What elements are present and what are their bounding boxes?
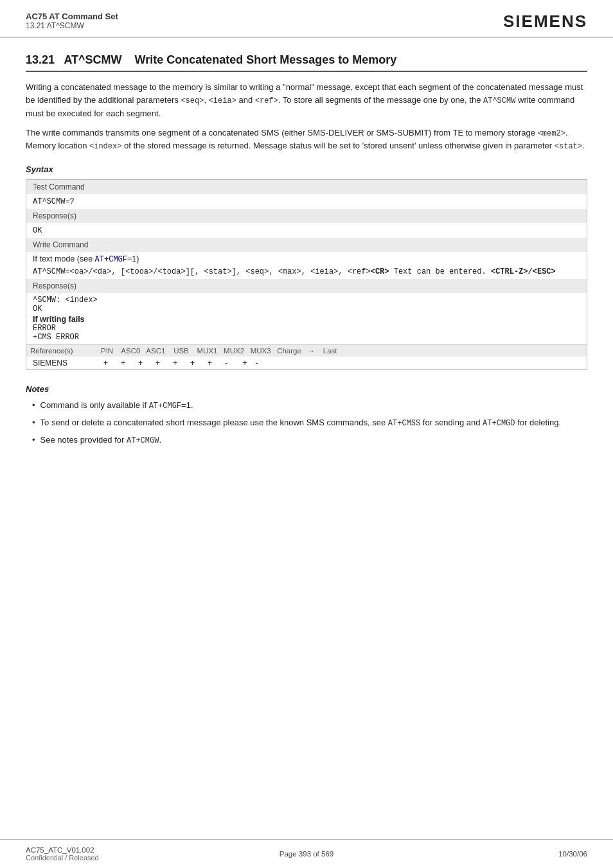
write-response-label-row: Response(s) bbox=[26, 279, 587, 293]
test-cmd-text: AT^SCMW=? bbox=[33, 197, 75, 206]
footer: AC75_ATC_V01.002 Confidential / Released… bbox=[0, 839, 613, 868]
header-left: AC75 AT Command Set 13.21 AT^SCMW bbox=[26, 12, 118, 30]
param-ieia: <ieia> bbox=[209, 96, 236, 105]
param-index: <index> bbox=[89, 142, 121, 151]
header: AC75 AT Command Set 13.21 AT^SCMW SIEMEN… bbox=[0, 0, 613, 38]
test-cmd-value-row: AT^SCMW=? bbox=[26, 194, 587, 209]
test-cmd-value: AT^SCMW=? bbox=[26, 194, 587, 209]
test-response-value: OK bbox=[26, 223, 587, 238]
note2-code2: AT+CMGD bbox=[483, 419, 515, 428]
footer-date: 10/30/06 bbox=[400, 850, 587, 858]
note2-code1: AT+CMSS bbox=[388, 419, 420, 428]
test-ok-text: OK bbox=[33, 226, 42, 235]
footer-left: AC75_ATC_V01.002 Confidential / Released bbox=[26, 846, 213, 862]
write-cmd-value: If text mode (see AT+CMGF=1) AT^SCMW=<oa… bbox=[26, 252, 587, 279]
page: AC75 AT Command Set 13.21 AT^SCMW SIEMEN… bbox=[0, 0, 613, 868]
write-cmd-value-row: If text mode (see AT+CMGF=1) AT^SCMW=<oa… bbox=[26, 252, 587, 279]
write-response-scmw: ^SCMW: <index> bbox=[33, 296, 580, 305]
header-section: 13.21 AT^SCMW bbox=[26, 21, 118, 30]
intro-para2: The write commands transmits one segment… bbox=[26, 127, 587, 153]
notes-heading: Notes bbox=[26, 384, 587, 394]
write-cmd-full: AT^SCMW=<oa>/<da>, [<tooa>/<toda>][, <st… bbox=[33, 267, 556, 276]
test-response-value-row: OK bbox=[26, 223, 587, 238]
section-heading: 13.21 AT^SCMW Write Concatenated Short M… bbox=[26, 53, 587, 72]
syntax-table: Test Command AT^SCMW=? Response(s) OK bbox=[26, 179, 587, 370]
footer-doc-id: AC75_ATC_V01.002 bbox=[26, 846, 213, 854]
notes-list: Command is only available if AT+CMGF=1. … bbox=[32, 399, 587, 447]
intro-para1: Writing a concatenated message to the me… bbox=[26, 81, 587, 120]
note-item-1: Command is only available if AT+CMGF=1. bbox=[32, 399, 587, 412]
cmd-atscmw-ref: AT^SCMW bbox=[483, 96, 515, 105]
note1-code: AT+CMGF bbox=[149, 402, 181, 411]
ref-col-headers: PIN ASC0 ASC1 USB MUX1 MUX2 MUX3 Charge … bbox=[97, 345, 587, 357]
section-subtitle: Write Concatenated Short Messages to Mem… bbox=[135, 53, 397, 66]
param-mem2: <mem2> bbox=[538, 129, 565, 138]
write-error: ERROR bbox=[33, 324, 580, 333]
ref-name: SIEMENS bbox=[26, 357, 97, 369]
footer-confidential: Confidential / Released bbox=[26, 854, 213, 862]
write-cmd-label: Write Command bbox=[26, 238, 587, 252]
param-seq: <seq> bbox=[181, 96, 204, 105]
test-response-label-row: Response(s) bbox=[26, 209, 587, 223]
ref-col-values: + + + + + + + - + - bbox=[97, 357, 587, 369]
param-stat: <stat> bbox=[555, 142, 582, 151]
ref-header-row: Reference(s) PIN ASC0 ASC1 USB MUX1 MUX2… bbox=[26, 345, 587, 357]
footer-page: Page 393 of 569 bbox=[213, 850, 400, 858]
ref-values-row: SIEMENS + + + + + + + - + - bbox=[26, 357, 587, 369]
syntax-heading: Syntax bbox=[26, 164, 587, 174]
ref-label: Reference(s) bbox=[26, 345, 97, 357]
param-ref: <ref> bbox=[255, 96, 278, 105]
write-response-label: Response(s) bbox=[26, 279, 587, 293]
ref-row: Reference(s) PIN ASC0 ASC1 USB MUX1 MUX2… bbox=[26, 344, 587, 370]
write-response-ok: OK bbox=[33, 305, 580, 314]
ref-cell: Reference(s) PIN ASC0 ASC1 USB MUX1 MUX2… bbox=[26, 344, 587, 370]
test-cmd-label-row: Test Command bbox=[26, 180, 587, 195]
note-item-2: To send or delete a concatenated short m… bbox=[32, 416, 587, 429]
write-cms-error: +CMS ERROR bbox=[33, 333, 580, 342]
test-cmd-label: Test Command bbox=[26, 180, 587, 195]
write-response-value-row: ^SCMW: <index> OK If writing fails ERROR… bbox=[26, 293, 587, 344]
write-cmd-line2: AT^SCMW=<oa>/<da>, [<tooa>/<toda>][, <st… bbox=[33, 267, 580, 276]
note3-code: AT+CMGW bbox=[127, 436, 159, 445]
doc-title: AC75 AT Command Set bbox=[26, 12, 118, 21]
write-fail-label: If writing fails bbox=[33, 315, 580, 324]
write-cmd-line1: If text mode (see AT+CMGF=1) bbox=[33, 254, 580, 264]
section-title: AT^SCMW bbox=[64, 53, 121, 66]
ref-inner-table: Reference(s) PIN ASC0 ASC1 USB MUX1 MUX2… bbox=[26, 344, 587, 369]
section-number: 13.21 bbox=[26, 53, 55, 66]
note-item-3: See notes provided for AT+CMGW. bbox=[32, 434, 587, 447]
siemens-logo: SIEMENS bbox=[503, 12, 587, 31]
test-response-label: Response(s) bbox=[26, 209, 587, 223]
note-text-2: To send or delete a concatenated short m… bbox=[40, 416, 562, 429]
main-content: 13.21 AT^SCMW Write Concatenated Short M… bbox=[0, 38, 613, 464]
note-text-3: See notes provided for AT+CMGW. bbox=[40, 434, 161, 447]
note-text-1: Command is only available if AT+CMGF=1. bbox=[40, 399, 193, 412]
write-response-value: ^SCMW: <index> OK If writing fails ERROR… bbox=[26, 293, 587, 344]
write-cmd-label-row: Write Command bbox=[26, 238, 587, 252]
at-cmgf-ref: AT+CMGF bbox=[95, 255, 127, 264]
